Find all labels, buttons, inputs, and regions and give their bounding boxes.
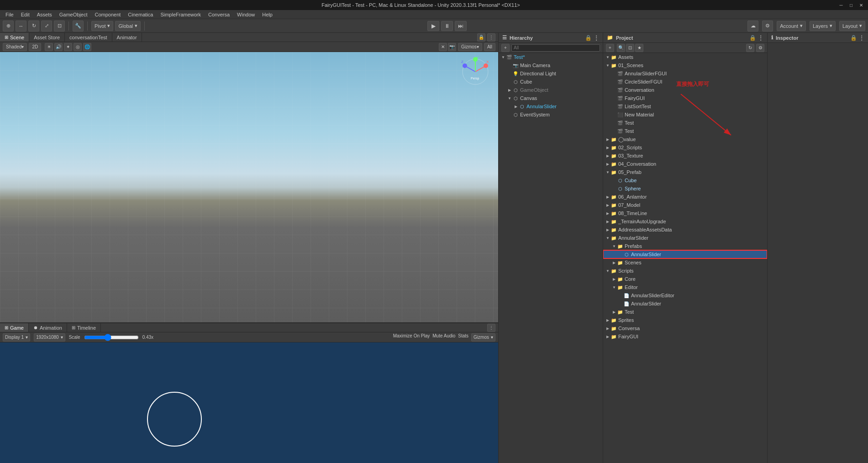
settings-icon[interactable]: ⚙: [762, 21, 773, 32]
project-item-annular-slider-folder[interactable]: ▼ 📁 AnnularSlider: [603, 234, 767, 242]
display-dropdown[interactable]: Display 1 ▾: [3, 333, 30, 342]
project-item-07-model[interactable]: ▶ 📁 07_Model: [603, 201, 767, 209]
project-item-addressable[interactable]: ▶ 📁 AddressableAssetsData: [603, 226, 767, 234]
scene-light-btn[interactable]: ☀: [45, 43, 53, 51]
project-item-test-scene1[interactable]: 🎬 Test: [603, 119, 767, 127]
project-item-02-scripts[interactable]: ▶ 📁 02_Scripts: [603, 143, 767, 152]
project-add-btn[interactable]: +: [606, 44, 614, 52]
hierarchy-item-annular-slider[interactable]: ▶ ⬡ AnnularSlider: [499, 102, 603, 110]
resolution-dropdown[interactable]: 1920x1080 ▾: [34, 333, 65, 342]
menu-item-simpleframework[interactable]: SimpleFramework: [157, 10, 205, 19]
inspector-lock-btn[interactable]: 🔒: [850, 35, 857, 41]
tab-asset-store[interactable]: Asset Store: [29, 33, 65, 42]
project-item-06-animator[interactable]: ▶ 📁 06_Anlamtor: [603, 193, 767, 201]
tab-conversation-test[interactable]: conversationTest: [65, 33, 112, 42]
game-more-btn[interactable]: ⋮: [487, 324, 495, 332]
project-item-fairygui-folder[interactable]: ▶ 📁 FairyGUI: [603, 332, 767, 341]
tool-btn-6[interactable]: 🔧: [73, 21, 84, 32]
all-dropdown[interactable]: All: [484, 43, 495, 51]
project-item-cube-prefab[interactable]: ⬡ Cube: [603, 176, 767, 184]
scene-fx-btn[interactable]: ✦: [64, 43, 72, 51]
project-item-03-texture[interactable]: ▶ 📁 03_Texture: [603, 152, 767, 160]
stats-btn[interactable]: Stats: [458, 333, 468, 342]
project-item-conversation[interactable]: 🎬 Conversation: [603, 86, 767, 94]
project-item-fairygui[interactable]: 🎬 FairyGUI: [603, 94, 767, 102]
inspector-more-btn[interactable]: ⋮: [859, 35, 864, 41]
project-item-sphere[interactable]: ⬡ Sphere: [603, 184, 767, 193]
project-item-08-timeline[interactable]: ▶ 📁 08_TimeLine: [603, 209, 767, 217]
project-item-list-sort-test[interactable]: 🎬 ListSortTest: [603, 102, 767, 110]
maximize-on-play[interactable]: Maximize On Play: [393, 333, 430, 342]
scene-lock-btn[interactable]: 🔒: [477, 33, 485, 42]
gizmos-dropdown[interactable]: Gizmos ▾: [458, 43, 482, 51]
step-button[interactable]: ⏭: [455, 21, 467, 31]
mode-2d-btn[interactable]: 2D: [29, 43, 41, 51]
project-item-test-scene2[interactable]: 🎬 Test: [603, 127, 767, 135]
project-search-btn[interactable]: 🔍: [617, 44, 625, 52]
project-more-btn[interactable]: ⋮: [758, 35, 763, 41]
project-filter-btn[interactable]: ⊡: [626, 44, 634, 52]
project-item-annular-slider-editor[interactable]: 📄 AnnularSliderEditor: [603, 291, 767, 300]
project-item-scenes-folder[interactable]: ▶ 📁 Scenes: [603, 258, 767, 267]
cloud-icon[interactable]: ☁: [747, 21, 758, 32]
tool-btn-3[interactable]: ↻: [28, 21, 39, 32]
project-lock-btn[interactable]: 🔒: [749, 35, 756, 41]
project-item-annular-slider-prefab[interactable]: ⬡ AnnularSlider: [603, 250, 767, 258]
hierarchy-lock-btn[interactable]: 🔒: [585, 35, 592, 41]
project-refresh-btn[interactable]: ↻: [746, 44, 754, 52]
play-button[interactable]: ▶: [427, 21, 439, 31]
project-item-04-conversation[interactable]: ▶ 📁 04_Conversation: [603, 160, 767, 168]
project-item-annular-slider-fgui[interactable]: 🎬 AnnularSliderFGUI: [603, 69, 767, 78]
close-button[interactable]: ✕: [858, 2, 864, 8]
menu-item-edit[interactable]: Edit: [17, 10, 33, 19]
tool-btn-4[interactable]: ⤢: [41, 21, 52, 32]
menu-item-component[interactable]: Component: [91, 10, 124, 19]
hierarchy-item-cube[interactable]: ⬡ Cube: [499, 78, 603, 86]
layers-dropdown[interactable]: Layers ▾: [810, 21, 836, 31]
tab-animator[interactable]: Animator: [112, 33, 142, 42]
hierarchy-more-btn[interactable]: ⋮: [594, 35, 599, 41]
menu-item-assets[interactable]: Assets: [33, 10, 56, 19]
scene-audio-btn[interactable]: 🔊: [54, 43, 63, 51]
hierarchy-item-test[interactable]: ▼ 🎬 Test*: [499, 53, 603, 61]
tool-btn-5[interactable]: ⊡: [54, 21, 65, 32]
mute-audio[interactable]: Mute Audio: [432, 333, 455, 342]
project-item-sprites-folder[interactable]: ▶ 📁 Sprites: [603, 316, 767, 324]
project-settings-btn[interactable]: ⚙: [756, 44, 764, 52]
hierarchy-item-main-camera[interactable]: 📷 Main Camera: [499, 61, 603, 69]
project-item-01-scenes[interactable]: ▼ 📁 01_Scenes: [603, 61, 767, 69]
project-item-editor-folder[interactable]: ▼ 📁 Editor: [603, 283, 767, 291]
game-gizmos-dropdown[interactable]: Gizmos ▾: [471, 333, 495, 342]
tab-timeline[interactable]: ⊞ Timeline: [67, 323, 101, 332]
hierarchy-item-canvas[interactable]: ▼ ⬡ Canvas: [499, 94, 603, 102]
project-item-convers-folder[interactable]: ▶ 📁 Conversa: [603, 324, 767, 332]
tool-btn-2[interactable]: ↔: [16, 21, 26, 32]
project-star-btn[interactable]: ★: [635, 44, 643, 52]
pause-button[interactable]: ⏸: [441, 21, 453, 31]
project-item-prefabs-folder[interactable]: ▼ 📁 Prefabs: [603, 242, 767, 250]
tab-game[interactable]: ⊞ Game: [0, 323, 29, 332]
tab-scene[interactable]: ⊞ Scene: [0, 33, 29, 42]
hierarchy-add-btn[interactable]: +: [501, 44, 510, 52]
pivot-dropdown[interactable]: Pivot ▾: [91, 21, 113, 31]
menu-item-gameobject[interactable]: GameObject: [56, 10, 91, 19]
project-item-value[interactable]: ▶ 📁 ◯value: [603, 135, 767, 143]
account-dropdown[interactable]: Account ▾: [777, 21, 806, 31]
menu-item-file[interactable]: File: [2, 10, 17, 19]
hierarchy-item-dir-light[interactable]: 💡 Directional Light: [499, 69, 603, 78]
scene-hidden-btn[interactable]: ◎: [74, 43, 82, 51]
tool-btn-1[interactable]: ⊕: [3, 21, 14, 32]
menu-item-help[interactable]: Help: [258, 10, 276, 19]
scale-slider[interactable]: [84, 335, 139, 340]
menu-item-cinematica[interactable]: Cinematica: [124, 10, 157, 19]
minimize-button[interactable]: ─: [838, 2, 844, 8]
project-item-core-folder[interactable]: ▶ 📁 Core: [603, 275, 767, 283]
project-item-new-material[interactable]: ⬛ New Material: [603, 110, 767, 119]
tab-animation[interactable]: ⏺ Animation: [29, 323, 67, 332]
layout-dropdown[interactable]: Layout ▾: [839, 21, 865, 31]
project-item-test-folder[interactable]: ▶ 📁 Test: [603, 308, 767, 316]
window-controls[interactable]: ─ □ ✕: [838, 2, 864, 8]
scene-camera-btn[interactable]: 📷: [448, 43, 456, 51]
scene-close-btn[interactable]: ✕: [439, 43, 447, 51]
project-item-circle-slider-fgui[interactable]: 🎬 CircleSliderFGUI: [603, 78, 767, 86]
